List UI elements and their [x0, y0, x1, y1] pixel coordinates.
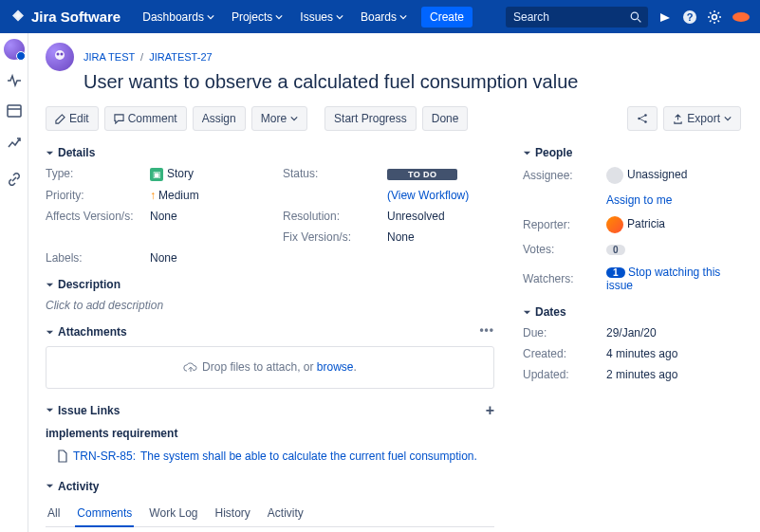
- issue-links-section: Issue Links+ implements requirement TRN-…: [46, 402, 494, 467]
- product-logo[interactable]: Jira Software: [9, 9, 120, 26]
- done-button[interactable]: Done: [422, 106, 469, 131]
- tab-comments[interactable]: Comments: [75, 501, 134, 527]
- project-avatar[interactable]: [4, 39, 25, 60]
- export-button[interactable]: Export: [663, 106, 741, 131]
- unassigned-avatar-icon: [606, 167, 623, 184]
- toolbar: Edit Comment Assign More Start Progress …: [46, 106, 741, 131]
- svg-point-4: [713, 14, 717, 19]
- assign-to-me-link[interactable]: Assign to me: [606, 193, 741, 207]
- watchers-label: Watchers:: [523, 272, 599, 285]
- chevron-down-icon: [207, 13, 214, 21]
- project-link[interactable]: JIRA TEST: [83, 51, 135, 63]
- dates-section: Dates Due: 29/Jan/20 Created: 4 minutes …: [523, 305, 741, 381]
- status-value: TO DO: [387, 167, 494, 181]
- votes-label: Votes:: [523, 243, 599, 256]
- help-icon[interactable]: ?: [682, 9, 697, 25]
- fix-value: None: [387, 230, 494, 244]
- view-workflow-link[interactable]: (View Workflow): [387, 189, 494, 202]
- create-button[interactable]: Create: [421, 7, 473, 28]
- svg-line-14: [640, 116, 645, 119]
- description-header[interactable]: Description: [46, 278, 494, 291]
- attachments-dropzone[interactable]: Drop files to attach, or browse.: [46, 346, 494, 389]
- edit-button[interactable]: Edit: [46, 106, 99, 131]
- activity-header[interactable]: Activity: [46, 480, 494, 493]
- svg-point-9: [57, 53, 60, 56]
- votes-value: 0: [606, 243, 741, 256]
- description-placeholder[interactable]: Click to add description: [46, 299, 494, 312]
- created-label: Created:: [523, 347, 599, 360]
- breadcrumb: JIRA TEST / JIRATEST-27: [46, 43, 741, 71]
- attachments-more-button[interactable]: •••: [479, 323, 494, 337]
- nav-issues[interactable]: Issues: [291, 0, 352, 33]
- svg-text:?: ?: [687, 11, 694, 23]
- share-button[interactable]: [627, 106, 658, 131]
- nav-dashboards[interactable]: Dashboards: [134, 0, 223, 33]
- nav-boards[interactable]: Boards: [352, 0, 416, 33]
- svg-point-5: [732, 12, 750, 22]
- project-avatar-lg[interactable]: [46, 43, 74, 71]
- issue-links-header[interactable]: Issue Links+: [46, 402, 494, 419]
- reporter-label: Reporter:: [523, 218, 599, 231]
- alien-icon: [51, 48, 68, 65]
- attachments-section: Attachments••• Drop files to attach, or …: [46, 325, 494, 389]
- issue-summary: User wants to observe a calculated fuel …: [83, 71, 741, 93]
- svg-rect-6: [8, 105, 21, 117]
- chevron-down-icon: [290, 115, 298, 122]
- tab-worklog[interactable]: Work Log: [147, 501, 199, 526]
- type-label: Type:: [46, 167, 140, 181]
- attachments-header[interactable]: Attachments•••: [46, 325, 494, 339]
- pencil-icon: [55, 114, 65, 124]
- resolution-label: Resolution:: [283, 210, 378, 223]
- activity-tabs: All Comments Work Log History Activity: [46, 501, 494, 527]
- svg-point-10: [61, 53, 64, 56]
- fix-label: Fix Version/s:: [283, 230, 378, 244]
- reports-icon[interactable]: [5, 132, 24, 151]
- search-input[interactable]: [506, 7, 648, 28]
- comment-button[interactable]: Comment: [104, 106, 187, 131]
- more-button[interactable]: More: [251, 106, 307, 131]
- search-icon: [630, 11, 642, 24]
- settings-icon[interactable]: [707, 9, 722, 25]
- people-section: People Assignee: Unassigned Assign to me…: [523, 146, 741, 292]
- feedback-icon[interactable]: [658, 9, 673, 25]
- priority-label: Priority:: [46, 189, 140, 202]
- tab-all[interactable]: All: [46, 501, 62, 526]
- main-content: JIRA TEST / JIRATEST-27 User wants to ob…: [28, 33, 760, 532]
- add-link-button[interactable]: +: [486, 402, 494, 419]
- tab-activity[interactable]: Activity: [266, 501, 306, 526]
- reporter-avatar-icon: [606, 216, 623, 233]
- link-relation: implements requirement: [46, 427, 494, 440]
- labels-value: None: [150, 251, 273, 265]
- linked-issue[interactable]: TRN-SR-85: The system shall be able to c…: [46, 446, 494, 467]
- tab-history[interactable]: History: [213, 501, 252, 526]
- twisty-icon: [46, 328, 54, 337]
- page-icon: [57, 449, 68, 463]
- priority-value: ↑Medium: [150, 189, 273, 202]
- pulse-icon[interactable]: [5, 71, 24, 90]
- cloud-upload-icon: [183, 361, 198, 375]
- details-header[interactable]: Details: [46, 146, 494, 159]
- export-icon: [673, 114, 683, 124]
- link-icon[interactable]: [5, 170, 24, 189]
- browse-link[interactable]: browse: [317, 360, 354, 374]
- twisty-icon: [523, 308, 531, 317]
- board-icon[interactable]: [5, 101, 24, 120]
- type-value: ▣Story: [150, 167, 273, 181]
- resolution-value: Unresolved: [387, 210, 494, 223]
- people-header[interactable]: People: [523, 146, 741, 159]
- assign-button[interactable]: Assign: [193, 106, 246, 131]
- nav-projects[interactable]: Projects: [223, 0, 291, 33]
- issue-key-link[interactable]: JIRATEST-27: [149, 51, 212, 63]
- story-icon: ▣: [150, 168, 163, 181]
- assignee-label: Assignee:: [523, 169, 599, 182]
- watchers-value: 1 Stop watching this issue: [606, 266, 741, 292]
- svg-point-0: [631, 12, 638, 19]
- created-value: 4 minutes ago: [606, 347, 741, 360]
- svg-point-8: [55, 50, 65, 60]
- start-progress-button[interactable]: Start Progress: [324, 106, 417, 131]
- activity-section: Activity All Comments Work Log History A…: [46, 480, 494, 532]
- search-wrap: [506, 7, 648, 28]
- svg-line-1: [638, 19, 640, 22]
- user-avatar-icon[interactable]: [732, 10, 751, 24]
- dates-header[interactable]: Dates: [523, 305, 741, 319]
